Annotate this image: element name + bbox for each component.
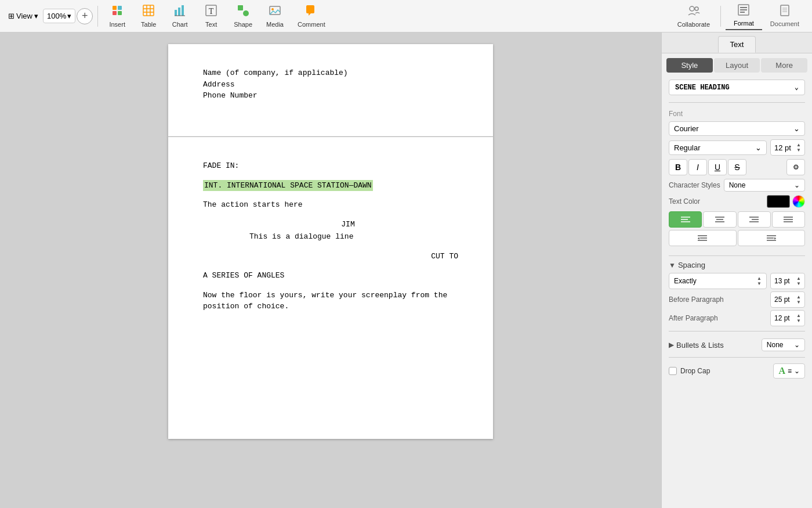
divider-4 (669, 357, 805, 358)
svg-rect-9 (175, 10, 177, 16)
char-styles-value: None (729, 181, 746, 189)
page-1[interactable]: Name (of company, if applicable) Address… (168, 44, 493, 137)
underline-button[interactable]: U (708, 159, 727, 175)
after-paragraph-value-field[interactable]: 12 pt ▲▼ (770, 310, 805, 326)
svg-rect-4 (143, 5, 154, 16)
tab-text[interactable]: Text (718, 36, 756, 53)
view-label: View (16, 12, 32, 20)
zoom-button[interactable]: 100% ▾ (43, 9, 75, 23)
bullets-header: ▶ Bullets & Lists None ⌄ (669, 338, 805, 351)
alignment-row (669, 211, 805, 228)
spacing-collapse-button[interactable]: ▼ (669, 261, 676, 269)
fade-in: FADE IN: (203, 160, 458, 172)
italic-label: I (697, 163, 699, 172)
before-paragraph-stepper[interactable]: ▲▼ (796, 294, 801, 305)
shape-button[interactable]: Shape (228, 2, 258, 30)
chart-button[interactable]: Chart (165, 2, 194, 30)
toolbar: ⊞ View ▾ 100% ▾ + Insert Table Chart T (0, 0, 812, 33)
more-tab[interactable]: More (761, 58, 807, 73)
font-style-value: Regular (674, 143, 701, 152)
svg-marker-20 (309, 13, 311, 16)
spacing-value-text: 13 pt (774, 277, 790, 285)
para-style-value: SCENE HEADING (675, 84, 730, 92)
format-icon (738, 4, 749, 19)
align-justify-button[interactable] (772, 211, 805, 228)
font-style-select[interactable]: Regular ⌄ (669, 140, 767, 155)
bold-label: B (675, 163, 681, 172)
view-button[interactable]: ⊞ View ▾ (5, 9, 42, 23)
indent-increase-button[interactable] (738, 230, 806, 246)
bullets-collapse-button[interactable]: ▶ (669, 341, 674, 349)
format-tab[interactable]: Format (726, 2, 762, 30)
spacing-value-stepper[interactable]: ▲▼ (796, 276, 801, 286)
bold-button[interactable]: B (669, 159, 687, 175)
page-2-content[interactable]: FADE IN: INT. INTERNATIONAL SPACE STATIO… (168, 137, 493, 336)
spacing-header: ▼ Spacing (669, 261, 805, 269)
page-2[interactable]: FADE IN: INT. INTERNATIONAL SPACE STATIO… (168, 137, 493, 439)
layout-tab[interactable]: Layout (714, 58, 760, 73)
font-size-stepper[interactable]: ▲▼ (796, 142, 801, 153)
para-style-row: SCENE HEADING ⌄ (669, 80, 805, 95)
shape-label: Shape (234, 21, 252, 28)
shape-icon (237, 4, 249, 20)
chevron-down-icon: ⌄ (794, 367, 800, 375)
document-tab[interactable]: Document (762, 2, 807, 30)
bullets-select[interactable]: None ⌄ (762, 338, 805, 351)
page-1-content[interactable]: Name (of company, if applicable) Address… (168, 44, 493, 125)
canvas-area[interactable]: Name (of company, if applicable) Address… (0, 33, 661, 508)
italic-button[interactable]: I (688, 159, 707, 175)
dropcap-style-icon: A (778, 366, 785, 376)
scene-heading-text: INT. INTERNATIONAL SPACE STATION—DAWN (203, 180, 373, 192)
before-paragraph-value-field[interactable]: 25 pt ▲▼ (770, 291, 805, 308)
add-page-button[interactable]: + (77, 8, 93, 24)
transition-text: CUT TO (431, 252, 458, 261)
align-center-button[interactable] (703, 211, 736, 228)
gear-icon: ⚙ (793, 163, 799, 171)
font-name-select[interactable]: Courier ⌄ (669, 121, 805, 136)
page1-line1: Name (of company, if applicable) (203, 67, 458, 79)
insert-icon (111, 4, 124, 20)
para-style-select[interactable]: SCENE HEADING ⌄ (669, 80, 805, 95)
collaborate-button[interactable]: Collaborate (672, 2, 716, 30)
style-tab[interactable]: Style (666, 58, 713, 73)
text-color-swatch[interactable] (767, 195, 790, 208)
format-label: Format (734, 20, 754, 27)
text-icon: T (205, 4, 217, 20)
indent-decrease-button[interactable] (669, 230, 737, 246)
spacing-section: ▼ Spacing Exactly ▲▼ 13 pt ▲▼ (662, 258, 812, 329)
document-icon (779, 5, 791, 19)
align-right-button[interactable] (738, 211, 771, 228)
svg-rect-0 (113, 6, 117, 10)
comment-button[interactable]: Comment (292, 2, 331, 30)
table-button[interactable]: Table (134, 2, 163, 30)
media-button[interactable]: Media (260, 2, 289, 30)
spacing-value-field[interactable]: 13 pt ▲▼ (770, 273, 805, 289)
char-styles-row: Character Styles None ⌄ (669, 179, 805, 192)
char-styles-select[interactable]: None ⌄ (724, 179, 805, 192)
collaborate-icon (687, 4, 700, 20)
svg-rect-2 (113, 11, 117, 15)
text-format-row: B I U S ⚙ (669, 159, 805, 175)
plus-icon: + (82, 10, 88, 22)
dropcap-style-button[interactable]: A ≡ ⌄ (773, 363, 805, 379)
strikethrough-button[interactable]: S (728, 159, 746, 175)
dropcap-checkbox[interactable] (669, 367, 677, 375)
insert-button[interactable]: Insert (103, 2, 132, 30)
underline-label: U (715, 163, 720, 172)
color-wheel-button[interactable] (792, 195, 805, 208)
after-paragraph-stepper[interactable]: ▲▼ (796, 313, 801, 323)
svg-point-16 (243, 10, 249, 16)
character-text: JIM (341, 220, 354, 229)
align-left-button[interactable] (669, 211, 702, 228)
font-size-value: 12 pt (774, 143, 791, 152)
spacing-type-select[interactable]: Exactly ▲▼ (669, 273, 767, 289)
bullets-title: Bullets & Lists (676, 341, 724, 350)
series-of-angles: A SERIES OF ANGLES (203, 270, 458, 282)
text-button[interactable]: T Text (197, 2, 226, 30)
chevron-icon: ⌄ (794, 181, 800, 189)
svg-rect-1 (118, 6, 122, 10)
spacing-type-stepper[interactable]: ▲▼ (757, 276, 762, 286)
text-options-button[interactable]: ⚙ (786, 159, 805, 175)
font-size-field[interactable]: 12 pt ▲▼ (770, 139, 805, 156)
font-name-value: Courier (674, 124, 699, 133)
